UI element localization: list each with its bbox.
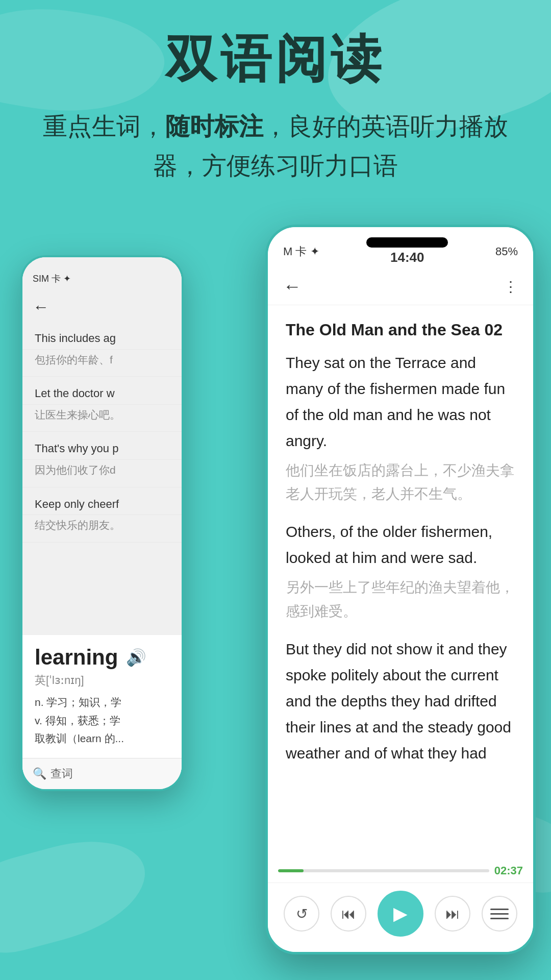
front-inner: M 卡 ✦ 14:40 85% ← ⋮ The Old Man and the … xyxy=(268,227,533,952)
reader-nav: ← ⋮ xyxy=(268,271,533,305)
subtitle: 重点生词，随时标注，良好的英语听力播放器，方便练习听力口语 xyxy=(0,107,551,186)
zh-para-1: 他们坐在饭店的露台上，不少渔夫拿老人开玩笑，老人并不生气。 xyxy=(286,459,515,506)
back-content: This includes ag 包括你的年龄、f Let the doctor… xyxy=(22,322,182,634)
replay-button[interactable]: ↺ xyxy=(284,896,319,932)
front-status-bar: M 卡 ✦ 14:40 85% xyxy=(268,227,533,271)
next-icon: ⏭ xyxy=(445,905,460,922)
search-label: 查词 xyxy=(51,766,73,781)
back-phone-back-button[interactable]: ← xyxy=(22,292,182,322)
zh-line-2: 让医生来操心吧。 xyxy=(22,405,182,432)
word-text: learning xyxy=(35,645,118,670)
back-screen: SIM 卡 ✦ ← This includes ag 包括你的年龄、f Let … xyxy=(22,257,182,789)
zh-line-4: 结交快乐的朋友。 xyxy=(22,515,182,542)
prev-button[interactable]: ⏮ xyxy=(331,896,366,932)
title-section: 双语阅读 重点生词，随时标注，良好的英语听力播放器，方便练习听力口语 xyxy=(0,31,551,186)
speaker-icon[interactable]: 🔊 xyxy=(126,648,146,667)
next-button[interactable]: ⏭ xyxy=(435,896,470,932)
play-icon: ▶ xyxy=(393,903,408,924)
front-status-battery: 85% xyxy=(495,245,518,258)
phone-back: SIM 卡 ✦ ← This includes ag 包括你的年龄、f Let … xyxy=(20,255,184,791)
en-line-2: Let the doctor w xyxy=(22,377,182,405)
word-title-row: learning 🔊 xyxy=(35,645,169,670)
search-area[interactable]: 🔍 查词 xyxy=(33,766,73,781)
book-title: The Old Man and the Sea 02 xyxy=(268,305,533,345)
player-controls: ↺ ⏮ ▶ ⏭ xyxy=(268,883,533,952)
menu-icon xyxy=(490,909,509,919)
reader-back-button[interactable]: ← xyxy=(283,276,302,297)
en-para-1: They sat on the Terrace and many of the … xyxy=(286,350,515,454)
pill-notch xyxy=(366,237,448,248)
progress-section: 02:37 xyxy=(268,859,533,883)
back-status: SIM 卡 ✦ xyxy=(33,273,71,285)
subtitle-part1: 重点生词， xyxy=(43,113,165,140)
play-button[interactable]: ▶ xyxy=(378,891,423,937)
en-para-2: Others, of the older fishermen, looked a… xyxy=(286,519,515,571)
replay-icon: ↺ xyxy=(296,905,308,922)
reader-content: They sat on the Terrace and many of the … xyxy=(268,345,533,859)
back-bottom-bar: 🔍 查词 xyxy=(22,758,182,789)
word-popup: learning 🔊 英[ˈlɜːnɪŋ] n. 学习；知识，学 v. 得知，获… xyxy=(22,634,182,758)
word-def-2: v. 得知，获悉；学 xyxy=(35,712,169,730)
brush-decoration-3 xyxy=(0,826,157,961)
en-line-1: This includes ag xyxy=(22,322,182,350)
front-status-left: M 卡 ✦ xyxy=(283,244,319,259)
progress-time: 02:37 xyxy=(494,864,523,877)
search-icon: 🔍 xyxy=(33,767,46,780)
word-definitions: n. 学习；知识，学 v. 得知，获悉；学 取教训（learn 的... xyxy=(35,693,169,748)
subtitle-highlight: 随时标注 xyxy=(165,113,263,140)
front-status-time: 14:40 xyxy=(390,250,424,265)
phones-container: SIM 卡 ✦ ← This includes ag 包括你的年龄、f Let … xyxy=(0,225,551,980)
progress-bar[interactable] xyxy=(278,869,489,872)
word-def-3: 取教训（learn 的... xyxy=(35,729,169,748)
zh-para-2: 另外一些上了些年纪的渔夫望着他，感到难受。 xyxy=(286,576,515,623)
main-title: 双语阅读 xyxy=(0,31,551,87)
reader-more-button[interactable]: ⋮ xyxy=(504,278,518,295)
phone-front: M 卡 ✦ 14:40 85% ← ⋮ The Old Man and the … xyxy=(265,225,536,954)
word-def-1: n. 学习；知识，学 xyxy=(35,693,169,712)
prev-icon: ⏮ xyxy=(341,905,356,922)
zh-line-3: 因为他们收了你d xyxy=(22,460,182,487)
en-line-4: Keep only cheerf xyxy=(22,487,182,516)
progress-fill xyxy=(278,869,304,872)
en-line-3: That's why you p xyxy=(22,432,182,460)
menu-button[interactable] xyxy=(482,896,517,932)
back-header: SIM 卡 ✦ xyxy=(22,257,182,292)
word-phonetic: 英[ˈlɜːnɪŋ] xyxy=(35,673,169,688)
zh-line-1: 包括你的年龄、f xyxy=(22,350,182,377)
en-para-3: But they did not show it and they spoke … xyxy=(286,636,515,766)
